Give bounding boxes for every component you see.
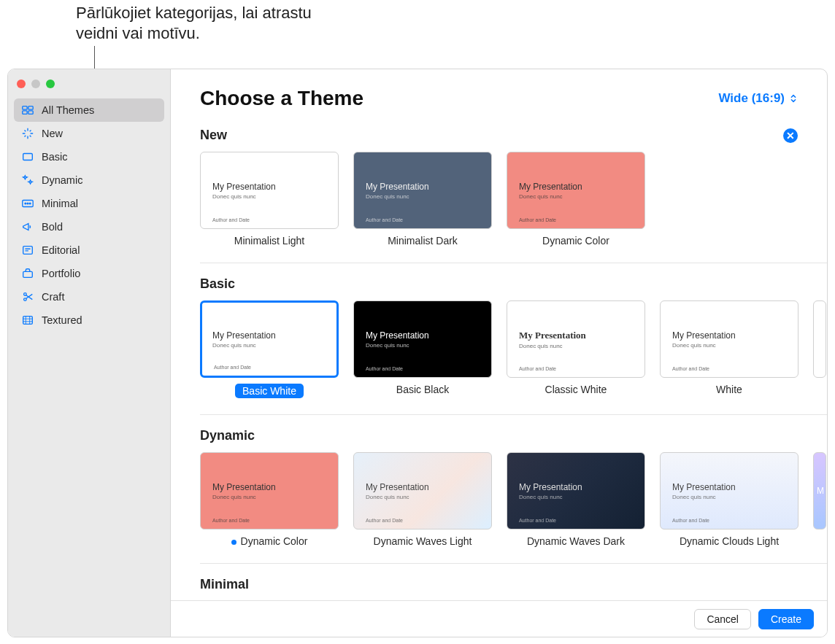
aspect-ratio-label: Wide (16:9) [718,91,785,106]
svg-rect-9 [23,247,33,255]
theme-label: Basic White [235,384,304,398]
theme-dynamic-waves-light[interactable]: My PresentationDonec quis nuncAuthor and… [353,452,492,547]
theme-thumbnail: My PresentationDonec quis nuncAuthor and… [507,452,645,529]
section-title: Minimal [200,577,249,592]
theme-thumbnail: My PresentationDonec quis nuncAuthor and… [353,152,492,229]
svg-rect-13 [23,317,33,325]
theme-dynamic-color[interactable]: My PresentationDonec quis nuncAuthor and… [200,452,339,547]
theme-basic-black[interactable]: My PresentationDonec quis nuncAuthor and… [353,300,492,398]
create-button[interactable]: Create [758,609,814,629]
svg-point-12 [24,298,27,301]
theme-thumbnail [813,300,826,378]
theme-white[interactable]: My PresentationDonec quis nuncAuthor and… [660,300,799,398]
sidebar-item-label: Craft [42,291,64,303]
theme-thumbnail: My PresentationDonec quis nuncAuthor and… [660,452,799,529]
footer-bar: Cancel Create [171,600,827,637]
theme-thumbnail: M [813,452,826,529]
sidebar-item-portfolio[interactable]: Portfolio [14,262,164,285]
preview-title: My Presentation [366,330,480,341]
theme-dynamic-color[interactable]: My PresentationDonec quis nuncAuthor and… [507,152,645,247]
window-controls [8,75,170,98]
newspaper-icon [21,244,34,257]
sidebar: All ThemesNewBasicDynamicMinimalBoldEdit… [8,69,171,637]
sidebar-item-dynamic[interactable]: Dynamic [14,168,164,192]
preview-subtitle: Donec quis nunc [212,193,326,200]
theme-dynamic-waves-dark[interactable]: My PresentationDonec quis nuncAuthor and… [507,452,645,547]
theme-scroll-area[interactable]: New✕My PresentationDonec quis nuncAuthor… [171,115,827,637]
sidebar-item-label: All Themes [42,104,94,116]
section-title: Basic [200,276,235,292]
preview-title: My Presentation [672,330,786,341]
theme-label: Minimalist Dark [388,235,458,247]
briefcase-icon [21,267,34,280]
theme-classic-white[interactable]: My PresentationDonec quis nuncAuthor and… [507,300,645,398]
preview-subtitle: Donec quis nunc [519,494,633,500]
theme-thumbnail: My PresentationDonec quis nuncAuthor and… [200,452,339,529]
theme-basic-white[interactable]: My PresentationDonec quis nuncAuthor and… [200,300,339,398]
theme-label: White [716,384,742,395]
preview-title: M [817,486,823,496]
section-title: New [200,128,227,143]
minimize-window-button[interactable] [31,79,40,88]
theme-label: Classic White [545,384,607,395]
sidebar-item-label: Dynamic [42,174,82,186]
preview-subtitle: Donec quis nunc [212,494,326,500]
theme-label: Dynamic Color [542,235,609,247]
section-basic: BasicMy PresentationDonec quis nuncAutho… [200,263,827,398]
theme-dynamic-clouds-light[interactable]: My PresentationDonec quis nuncAuthor and… [660,452,799,547]
svg-point-7 [27,203,28,204]
grid-icon [21,104,34,117]
theme-minimalist-light[interactable]: My PresentationDonec quis nuncAuthor and… [200,152,339,247]
preview-footer: Author and Date [366,366,403,371]
main-panel: Choose a Theme Wide (16:9) New✕My Presen… [171,69,827,637]
sidebar-item-new[interactable]: New [14,122,164,145]
theme-label: Dynamic Color [231,535,308,547]
page-title: Choose a Theme [200,87,363,110]
aspect-ratio-select[interactable]: Wide (16:9) [718,91,798,106]
theme-label: Dynamic Waves Light [374,535,472,547]
sidebar-item-label: New [42,128,63,139]
theme-minimalist-dark[interactable]: My PresentationDonec quis nuncAuthor and… [353,152,492,247]
preview-subtitle: Donec quis nunc [366,342,480,349]
preview-subtitle: Donec quis nunc [212,342,326,349]
section-new: New✕My PresentationDonec quis nuncAuthor… [200,128,827,247]
theme-m[interactable]: M [813,452,826,547]
zoom-window-button[interactable] [46,79,55,88]
theme-thumbnail: My PresentationDonec quis nuncAuthor and… [200,300,339,378]
close-window-button[interactable] [17,79,26,88]
preview-subtitle: Donec quis nunc [366,494,480,500]
sidebar-item-basic[interactable]: Basic [14,145,164,168]
sidebar-item-craft[interactable]: Craft [14,285,164,309]
theme-row: My PresentationDonec quis nuncAuthor and… [200,300,827,398]
preview-footer: Author and Date [672,366,709,371]
preview-title: My Presentation [366,182,480,192]
sidebar-item-editorial[interactable]: Editorial [14,238,164,262]
close-section-icon[interactable]: ✕ [783,128,798,143]
preview-subtitle: Donec quis nunc [519,193,633,200]
sidebar-item-textured[interactable]: Textured [14,309,164,332]
scissors-icon [21,290,34,303]
preview-title: My Presentation [212,330,326,341]
rectangle-icon [21,150,34,163]
preview-title: My Presentation [212,482,326,492]
theme-thumbnail: My PresentationDonec quis nuncAuthor and… [353,452,492,529]
section-minimal: Minimal [200,563,827,601]
sidebar-item-all-themes[interactable]: All Themes [14,98,164,122]
sparkle-icon [21,127,34,140]
theme-label: Dynamic Waves Dark [527,535,625,547]
cancel-button[interactable]: Cancel [694,609,751,629]
theme-label: Basic Black [396,384,449,395]
preview-footer: Author and Date [519,366,556,371]
preview-title: My Presentation [519,330,633,341]
svg-rect-0 [23,106,27,110]
svg-point-11 [24,293,27,296]
current-dot-icon [231,540,236,545]
theme-partial[interactable] [813,300,826,398]
sidebar-item-bold[interactable]: Bold [14,215,164,238]
sidebar-item-label: Basic [42,151,67,163]
preview-footer: Author and Date [519,217,556,222]
preview-footer: Author and Date [366,518,403,523]
main-header: Choose a Theme Wide (16:9) [171,69,827,115]
preview-footer: Author and Date [212,518,250,523]
sidebar-item-minimal[interactable]: Minimal [14,192,164,215]
